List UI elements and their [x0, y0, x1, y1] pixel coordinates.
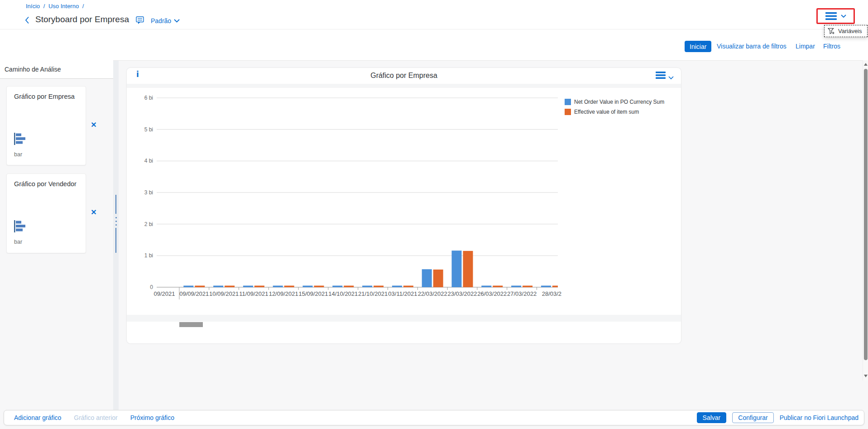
x-axis-tick-label: 14/10/2021 — [328, 290, 358, 297]
configure-button[interactable]: Configurar — [732, 412, 773, 423]
x-axis-tick-label: 09/09/2021 — [179, 290, 209, 297]
y-axis-tick-label: 0 — [150, 284, 153, 290]
x-axis-tick-label: 15/09/2021 — [298, 290, 328, 297]
menu-item-variables[interactable]: Variáveis — [824, 25, 868, 37]
splitter-handle[interactable] — [115, 228, 116, 253]
bar-14/10/2021-s1[interactable] — [344, 286, 354, 287]
bar-03/11/2021-s0[interactable] — [392, 286, 402, 287]
chevron-down-icon — [174, 19, 180, 23]
bar-21/10/2021-s1[interactable] — [374, 286, 384, 287]
chart-panel: Gráfico por Empresa i 6 bi5 bi4 bi3 bi2 … — [127, 68, 681, 343]
footer-right-actions: Salvar Configurar Publicar no Fiori Laun… — [697, 412, 864, 423]
filters-link[interactable]: Filtros — [823, 43, 840, 50]
breadcrumb-link-home[interactable]: Início — [26, 3, 40, 10]
legend-item[interactable]: Effective value of item sum — [565, 109, 639, 115]
x-axis-tick-label: 26/03/2022 — [477, 290, 507, 297]
bar-22/03/2022-s1[interactable] — [433, 270, 443, 287]
y-axis-tick-label: 1 bi — [144, 252, 153, 259]
chart-hscrollbar-thumb[interactable] — [179, 322, 203, 327]
bar-11/09/2021-s0[interactable] — [243, 286, 253, 287]
x-axis-tick-label: 22/03/2022 — [418, 290, 447, 297]
bar-22/03/2022-s0[interactable] — [422, 269, 432, 287]
hamburger-menu-icon[interactable] — [825, 12, 837, 20]
clear-link[interactable]: Limpar — [796, 43, 815, 50]
page-scrollbar-thumb[interactable] — [864, 69, 868, 360]
publish-fiori-link[interactable]: Publicar no Fiori Launchpad — [780, 414, 858, 421]
breadcrumb-separator: / — [43, 3, 45, 10]
page-menu-highlighted[interactable] — [816, 8, 855, 24]
x-axis-tick-label: 11/09/2021 — [239, 290, 268, 297]
remove-step-icon[interactable]: ✕ — [89, 208, 98, 217]
legend-item[interactable]: Net Order Value in PO Currency Sum — [565, 99, 664, 105]
legend-swatch — [565, 99, 571, 105]
add-chart-link[interactable]: Adicionar gráfico — [14, 414, 61, 421]
analysis-step-card-empresa[interactable]: Gráfico por Empresa bar — [6, 86, 86, 165]
x-axis-tick-label: 21/10/2021 — [358, 290, 388, 297]
legend-swatch — [565, 109, 571, 115]
back-chevron-icon[interactable] — [25, 16, 29, 26]
bar-10/09/2021-s1[interactable] — [225, 286, 235, 287]
y-axis-tick-label: 2 bi — [144, 221, 153, 227]
bar-27/03/2022-s0[interactable] — [511, 286, 521, 287]
breadcrumb-link-section[interactable]: Uso Interno — [48, 3, 79, 10]
filter-add-icon — [828, 28, 835, 35]
chevron-down-icon[interactable] — [841, 14, 846, 18]
bar-12/09/2021-s0[interactable] — [273, 286, 283, 287]
chart-menu-icon[interactable] — [656, 72, 666, 81]
save-button[interactable]: Salvar — [697, 412, 727, 423]
bar-15/09/2021-s0[interactable] — [303, 286, 313, 287]
footer-bar: Adicionar gráfico Gráfico anterior Próxi… — [4, 410, 864, 425]
next-chart-link[interactable]: Próximo gráfico — [130, 414, 174, 421]
bar-28/03/2-s0[interactable] — [541, 286, 551, 287]
bar-14/10/2021-s0[interactable] — [332, 286, 342, 287]
splitter-grip-dot[interactable] — [115, 217, 117, 218]
remove-step-icon[interactable]: ✕ — [89, 121, 98, 130]
x-axis-tick-label: 27/03/2022 — [507, 290, 537, 297]
scroll-up-icon[interactable] — [864, 63, 868, 66]
scroll-down-icon[interactable] — [864, 375, 868, 377]
x-axis-tick-label: 09/2021 — [154, 290, 175, 297]
bar-21/10/2021-s0[interactable] — [362, 286, 372, 287]
bar-09/09/2021-s1[interactable] — [195, 286, 205, 287]
variant-selector[interactable]: Padrão — [151, 17, 180, 24]
bar-11/09/2021-s1[interactable] — [254, 286, 264, 287]
bar-15/09/2021-s1[interactable] — [314, 286, 324, 287]
splitter-grip-dot[interactable] — [115, 224, 117, 226]
legend-label: Effective value of item sum — [574, 109, 639, 115]
y-axis-tick-label: 5 bi — [144, 126, 153, 133]
chart-hscrollbar-track[interactable] — [155, 322, 681, 328]
bar-27/03/2022-s1[interactable] — [523, 286, 532, 287]
bar-03/11/2021-s1[interactable] — [403, 286, 413, 287]
start-button[interactable]: Iniciar — [685, 41, 711, 52]
horizontal-bar-chart-icon — [14, 133, 32, 147]
bar-10/09/2021-s0[interactable] — [213, 286, 223, 287]
x-axis-tick-label: 28/03/2 — [542, 290, 561, 297]
x-axis-tick-label: 10/09/2021 — [209, 290, 239, 297]
bar-12/09/2021-s1[interactable] — [284, 286, 294, 287]
bar-28/03/2-s1[interactable] — [552, 286, 562, 287]
bar-23/03/2022-s0[interactable] — [452, 251, 462, 287]
splitter-grip-dot[interactable] — [115, 221, 117, 222]
chart-panel-header: Gráfico por Empresa i — [127, 68, 681, 83]
y-axis-tick-label: 3 bi — [144, 189, 153, 196]
comment-icon[interactable] — [136, 16, 144, 26]
bar-09/09/2021-s0[interactable] — [183, 286, 193, 287]
y-axis-tick-label: 4 bi — [144, 158, 153, 164]
analysis-step-card-vendedor[interactable]: Gráfico por Vendedor bar — [6, 174, 86, 253]
page-scrollbar[interactable] — [863, 60, 868, 381]
show-filter-bar-link[interactable]: Visualizar barra de filtros — [717, 43, 786, 50]
bar-26/03/2022-s1[interactable] — [493, 286, 503, 287]
x-axis-tick-label: 03/11/2021 — [388, 290, 417, 297]
step-chart-type: bar — [14, 151, 22, 158]
page-title: Storyboard por Empresa — [35, 14, 129, 24]
chart-chevron-down-icon[interactable] — [668, 73, 674, 82]
info-icon[interactable]: i — [136, 70, 139, 79]
bar-23/03/2022-s1[interactable] — [463, 251, 473, 287]
splitter-handle[interactable] — [115, 195, 116, 214]
x-axis-tick-label: 12/09/2021 — [269, 290, 298, 297]
variant-label: Padrão — [151, 17, 171, 24]
step-chart-type: bar — [14, 239, 22, 245]
bar-chart[interactable]: 6 bi5 bi4 bi3 bi2 bi1 bi009/202109/09/20… — [127, 83, 681, 343]
bar-26/03/2022-s0[interactable] — [481, 286, 491, 287]
legend-label: Net Order Value in PO Currency Sum — [574, 99, 664, 105]
